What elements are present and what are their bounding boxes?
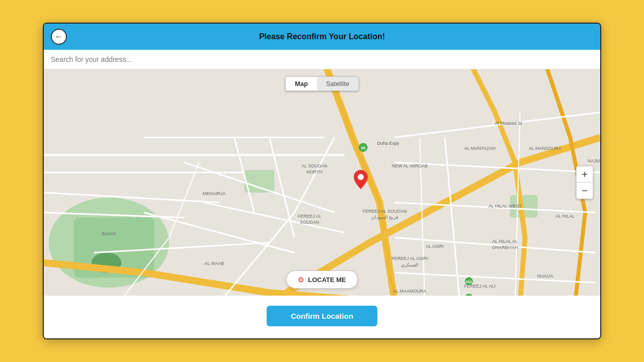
- zoom-in-button[interactable]: +: [577, 166, 593, 183]
- locate-icon: ⊙: [298, 276, 304, 284]
- svg-text:NEW AL MIROAB: NEW AL MIROAB: [392, 163, 428, 168]
- svg-text:GHARBIYAH: GHARBIYAH: [492, 245, 518, 250]
- svg-text:AL MAAMOURA: AL MAAMOURA: [393, 289, 426, 294]
- svg-text:NORTH: NORTH: [306, 169, 323, 174]
- zoom-out-button[interactable]: −: [577, 183, 593, 199]
- zoom-controls: + −: [576, 166, 593, 199]
- header-title: Please Reconfirm Your Location!: [259, 32, 385, 41]
- svg-text:العسكري: العسكري: [401, 262, 419, 268]
- svg-text:AL HILAL WEST: AL HILAL WEST: [489, 204, 522, 209]
- svg-text:FEREEJ AL SOUDAN: FEREEJ AL SOUDAN: [363, 209, 407, 214]
- svg-text:AL WAAB: AL WAAB: [204, 261, 224, 266]
- back-button[interactable]: ←: [51, 29, 67, 45]
- locate-me-button[interactable]: ⊙ LOCATE ME: [286, 270, 358, 289]
- confirm-location-button[interactable]: Confirm Location: [267, 306, 377, 326]
- modal-container: ← Please Reconfirm Your Location!: [43, 23, 601, 339]
- svg-text:AL MANSOURA: AL MANSOURA: [529, 146, 561, 151]
- svg-text:AL HILAL AL: AL HILAL AL: [492, 239, 518, 244]
- header-bar: ← Please Reconfirm Your Location!: [44, 24, 600, 50]
- svg-text:NAJMA: NAJMA: [588, 158, 600, 163]
- svg-text:MEHAIRJA: MEHAIRJA: [203, 191, 225, 196]
- map-toggle: Map Satellite: [285, 76, 359, 91]
- svg-text:AL MUNTAZAH: AL MUNTAZAH: [464, 146, 496, 151]
- map-container: BAAYA MEHAIRJA AL WAAB FEREEJ AL SOUDAN …: [44, 69, 600, 296]
- search-input[interactable]: [51, 55, 593, 63]
- svg-text:AL SOUDAN: AL SOUDAN: [301, 163, 327, 168]
- svg-text:NUAIJA: NUAIJA: [537, 274, 553, 279]
- map-marker: [354, 170, 368, 187]
- svg-text:39: 39: [361, 146, 365, 150]
- svg-text:AL HILAL: AL HILAL: [555, 214, 575, 219]
- search-bar: [44, 50, 600, 69]
- svg-text:Doha Expy: Doha Expy: [377, 141, 399, 146]
- svg-point-62: [358, 174, 364, 180]
- footer-area: Confirm Location: [44, 296, 600, 338]
- svg-text:Al Maaeed St: Al Maaeed St: [495, 121, 522, 126]
- map-svg: BAAYA MEHAIRJA AL WAAB FEREEJ AL SOUDAN …: [44, 69, 600, 296]
- svg-text:34A: 34A: [466, 280, 472, 284]
- svg-text:FEREEJ AL ASIRI: FEREEJ AL ASIRI: [391, 256, 428, 261]
- svg-text:SOUDAN: SOUDAN: [300, 220, 319, 225]
- svg-text:BAAYA: BAAYA: [102, 231, 116, 236]
- svg-text:فريج السودان: فريج السودان: [371, 215, 398, 220]
- satellite-view-button[interactable]: Satellite: [317, 77, 358, 90]
- svg-text:AL ASIRI: AL ASIRI: [426, 244, 444, 249]
- svg-text:FEREEJ AL: FEREEJ AL: [297, 214, 321, 219]
- map-view-button[interactable]: Map: [286, 77, 317, 90]
- locate-me-label: LOCATE ME: [308, 276, 346, 284]
